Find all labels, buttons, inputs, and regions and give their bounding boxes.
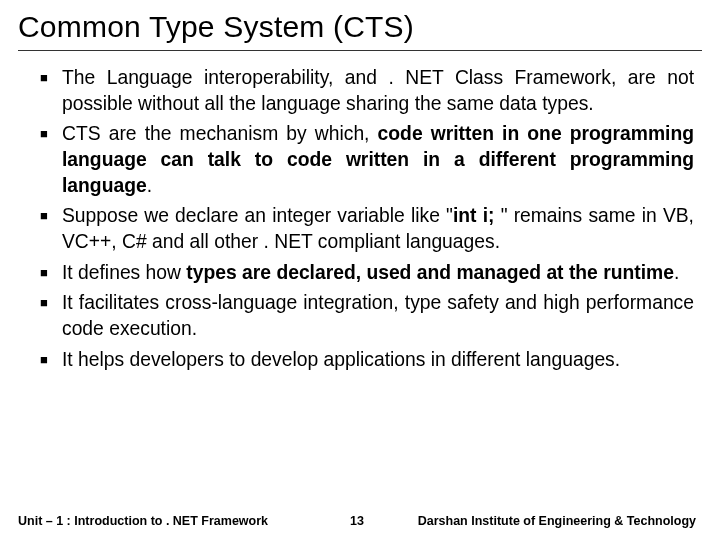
bullet-text: CTS are the mechanism by which, code wri…: [62, 121, 694, 198]
bullet-item: ■ It helps developers to develop applica…: [40, 347, 694, 373]
slide-title: Common Type System (CTS): [18, 10, 702, 51]
bullet-text: Suppose we declare an integer variable l…: [62, 203, 694, 254]
footer-page-number: 13: [320, 514, 394, 528]
slide: Common Type System (CTS) ■ The Language …: [0, 0, 720, 540]
bullet-item: ■ It defines how types are declared, use…: [40, 260, 694, 286]
bullet-marker-icon: ■: [40, 65, 62, 116]
bullet-text: It facilitates cross-language integratio…: [62, 290, 694, 341]
bullet-marker-icon: ■: [40, 290, 62, 341]
bullet-text: It helps developers to develop applicati…: [62, 347, 694, 373]
bullet-marker-icon: ■: [40, 203, 62, 254]
bullet-marker-icon: ■: [40, 260, 62, 286]
bullet-item: ■ CTS are the mechanism by which, code w…: [40, 121, 694, 198]
slide-content: ■ The Language interoperability, and . N…: [18, 65, 702, 504]
slide-footer: Unit – 1 : Introduction to . NET Framewo…: [18, 504, 702, 540]
bullet-marker-icon: ■: [40, 347, 62, 373]
bullet-item: ■ It facilitates cross-language integrat…: [40, 290, 694, 341]
footer-unit: Unit – 1 : Introduction to . NET Framewo…: [18, 514, 320, 528]
bullet-marker-icon: ■: [40, 121, 62, 198]
bullet-item: ■ Suppose we declare an integer variable…: [40, 203, 694, 254]
bullet-text: The Language interoperability, and . NET…: [62, 65, 694, 116]
footer-institute: Darshan Institute of Engineering & Techn…: [394, 514, 696, 528]
bullet-text: It defines how types are declared, used …: [62, 260, 694, 286]
bullet-item: ■ The Language interoperability, and . N…: [40, 65, 694, 116]
